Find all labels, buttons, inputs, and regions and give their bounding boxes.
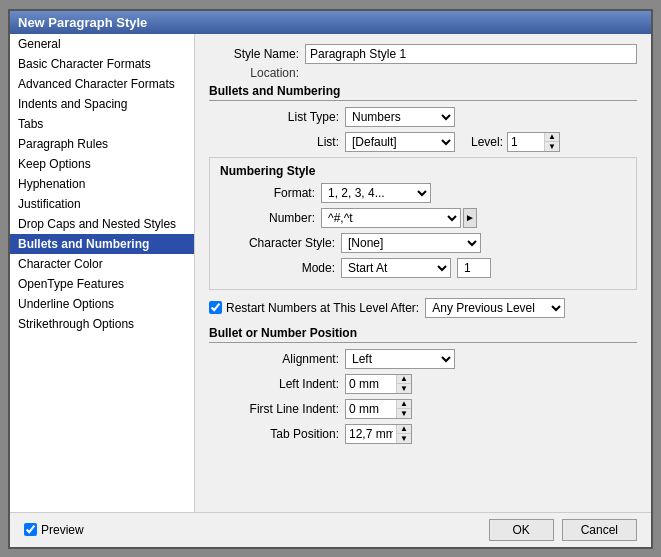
dialog-body: GeneralBasic Character FormatsAdvanced C…: [10, 34, 651, 512]
tab-position-label: Tab Position:: [209, 427, 339, 441]
sidebar-item-3[interactable]: Indents and Spacing: [10, 94, 194, 114]
sidebar-item-10[interactable]: Bullets and Numbering: [10, 234, 194, 254]
mode-label: Mode:: [220, 261, 335, 275]
cancel-button[interactable]: Cancel: [562, 519, 637, 541]
sidebar-item-14[interactable]: Strikethrough Options: [10, 314, 194, 334]
character-style-row: Character Style: [None]: [220, 233, 626, 253]
sidebar-item-4[interactable]: Tabs: [10, 114, 194, 134]
list-type-select[interactable]: Numbers Bullets None: [345, 107, 455, 127]
preview-label: Preview: [41, 523, 84, 537]
list-label: List:: [209, 135, 339, 149]
style-name-label: Style Name:: [209, 47, 299, 61]
list-select[interactable]: [Default]: [345, 132, 455, 152]
number-select[interactable]: ^#,^t: [321, 208, 461, 228]
left-indent-row: Left Indent: ▲ ▼: [209, 374, 637, 394]
dialog-title: New Paragraph Style: [10, 11, 651, 34]
list-row: List: [Default] Level: ▲ ▼: [209, 132, 637, 152]
left-indent-label: Left Indent:: [209, 377, 339, 391]
level-label: Level:: [471, 135, 503, 149]
first-line-indent-label: First Line Indent:: [209, 402, 339, 416]
first-line-indent-spinner: ▲ ▼: [345, 399, 412, 419]
sidebar-item-2[interactable]: Advanced Character Formats: [10, 74, 194, 94]
sidebar-item-5[interactable]: Paragraph Rules: [10, 134, 194, 154]
left-indent-up-btn[interactable]: ▲: [397, 375, 411, 384]
list-type-label: List Type:: [209, 110, 339, 124]
bullet-position-title: Bullet or Number Position: [209, 326, 637, 343]
bullets-section-title: Bullets and Numbering: [209, 84, 637, 101]
alignment-label: Alignment:: [209, 352, 339, 366]
numbering-style-title: Numbering Style: [220, 164, 626, 178]
sidebar-item-9[interactable]: Drop Caps and Nested Styles: [10, 214, 194, 234]
number-row: Number: ^#,^t ►: [220, 208, 626, 228]
tab-position-spinner: ▲ ▼: [345, 424, 412, 444]
preview-group: Preview: [24, 523, 84, 537]
tab-position-up-btn[interactable]: ▲: [397, 425, 411, 434]
ok-button[interactable]: OK: [489, 519, 554, 541]
sidebar-item-13[interactable]: Underline Options: [10, 294, 194, 314]
format-select[interactable]: 1, 2, 3, 4... i, ii, iii, iv... I, II, I…: [321, 183, 431, 203]
first-line-indent-row: First Line Indent: ▲ ▼: [209, 399, 637, 419]
left-indent-down-btn[interactable]: ▼: [397, 384, 411, 393]
format-label: Format:: [220, 186, 315, 200]
character-style-select[interactable]: [None]: [341, 233, 481, 253]
level-spinner-btns: ▲ ▼: [544, 133, 559, 151]
restart-label: Restart Numbers at This Level After:: [226, 301, 419, 315]
restart-select[interactable]: Any Previous Level Previous Level: [425, 298, 565, 318]
alignment-row: Alignment: Left Center Right: [209, 349, 637, 369]
level-down-btn[interactable]: ▼: [545, 142, 559, 151]
sidebar-item-8[interactable]: Justification: [10, 194, 194, 214]
restart-checkbox[interactable]: [209, 301, 222, 314]
sidebar: GeneralBasic Character FormatsAdvanced C…: [10, 34, 195, 512]
location-row: Location:: [209, 66, 637, 80]
style-name-input[interactable]: [305, 44, 637, 64]
sidebar-item-1[interactable]: Basic Character Formats: [10, 54, 194, 74]
number-label: Number:: [220, 211, 315, 225]
mode-number: 1: [457, 258, 491, 278]
dialog-window: New Paragraph Style GeneralBasic Charact…: [8, 9, 653, 549]
level-up-btn[interactable]: ▲: [545, 133, 559, 142]
style-name-row: Style Name:: [209, 44, 637, 64]
level-group: Level: ▲ ▼: [471, 132, 560, 152]
tab-position-spinner-btns: ▲ ▼: [396, 425, 411, 443]
first-line-indent-input[interactable]: [346, 401, 396, 417]
format-row: Format: 1, 2, 3, 4... i, ii, iii, iv... …: [220, 183, 626, 203]
sidebar-item-0[interactable]: General: [10, 34, 194, 54]
character-style-label: Character Style:: [220, 236, 335, 250]
location-label: Location:: [209, 66, 299, 80]
alignment-select[interactable]: Left Center Right: [345, 349, 455, 369]
sidebar-item-12[interactable]: OpenType Features: [10, 274, 194, 294]
first-line-indent-spinner-btns: ▲ ▼: [396, 400, 411, 418]
level-spinner: ▲ ▼: [507, 132, 560, 152]
main-content: Style Name: Location: Bullets and Number…: [195, 34, 651, 512]
sidebar-item-6[interactable]: Keep Options: [10, 154, 194, 174]
left-indent-spinner-btns: ▲ ▼: [396, 375, 411, 393]
mode-select[interactable]: Start At Continue from Previous Number: [341, 258, 451, 278]
tab-position-row: Tab Position: ▲ ▼: [209, 424, 637, 444]
sidebar-item-11[interactable]: Character Color: [10, 254, 194, 274]
restart-checkbox-row: Restart Numbers at This Level After: Any…: [209, 298, 637, 318]
tab-position-input[interactable]: [346, 426, 396, 442]
left-indent-input[interactable]: [346, 376, 396, 392]
number-arrow-btn[interactable]: ►: [463, 208, 477, 228]
left-indent-spinner: ▲ ▼: [345, 374, 412, 394]
mode-row: Mode: Start At Continue from Previous Nu…: [220, 258, 626, 278]
tab-position-down-btn[interactable]: ▼: [397, 434, 411, 443]
list-type-row: List Type: Numbers Bullets None: [209, 107, 637, 127]
numbering-style-section: Numbering Style Format: 1, 2, 3, 4... i,…: [209, 157, 637, 290]
dialog-footer: Preview OK Cancel: [10, 512, 651, 547]
footer-buttons: OK Cancel: [489, 519, 637, 541]
sidebar-item-7[interactable]: Hyphenation: [10, 174, 194, 194]
first-line-indent-down-btn[interactable]: ▼: [397, 409, 411, 418]
preview-checkbox[interactable]: [24, 523, 37, 536]
level-input[interactable]: [508, 134, 544, 150]
first-line-indent-up-btn[interactable]: ▲: [397, 400, 411, 409]
